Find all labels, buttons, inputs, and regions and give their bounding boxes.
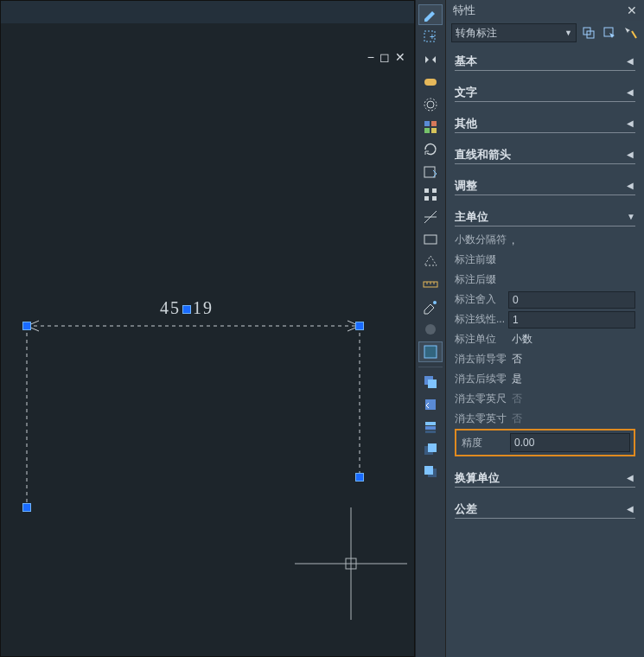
section-tol-label: 公差 <box>455 501 627 517</box>
section-tolerance: 公差 ◀ <box>455 500 635 519</box>
section-lines: 直线和箭头 ◀ <box>455 145 635 164</box>
svg-rect-16 <box>431 121 437 126</box>
prop-unit[interactable]: 标注单位 小数 <box>455 329 635 349</box>
dimension-object[interactable] <box>1 23 416 657</box>
svg-text:+: + <box>430 32 435 41</box>
svg-rect-21 <box>432 188 437 193</box>
grid-icon[interactable] <box>418 117 443 137</box>
dimension-text[interactable]: 4519 <box>160 298 214 318</box>
grip-left-arrow[interactable] <box>22 322 31 330</box>
rotate-icon[interactable] <box>418 139 443 160</box>
svg-rect-40 <box>425 426 436 430</box>
drawing-viewport[interactable]: − ◻ ✕ 4519 <box>0 0 415 657</box>
svg-rect-37 <box>428 380 437 388</box>
brush-icon[interactable] <box>418 4 443 25</box>
layer-prev-icon[interactable] <box>418 394 443 415</box>
layer-back-icon[interactable] <box>418 462 443 482</box>
properties-panel: 特性 ✕ 转角标注 ▼ 基本 ◀ 文字 ◀ 其他 ◀ <box>445 0 644 657</box>
svg-point-13 <box>427 101 434 108</box>
collapse-arrow-icon: ◀ <box>627 56 635 66</box>
background-icon[interactable] <box>418 341 443 362</box>
quicksel-icon[interactable] <box>622 24 639 41</box>
svg-rect-12 <box>424 79 437 86</box>
svg-rect-23 <box>432 196 437 201</box>
export-icon[interactable] <box>418 162 443 182</box>
prop-precision[interactable]: 精度 0.00 <box>455 429 635 456</box>
gear-icon[interactable] <box>418 94 443 115</box>
prop-suppress-in[interactable]: 消去零英寸 否 <box>455 409 635 429</box>
collapse-arrow-icon: ◀ <box>627 473 635 482</box>
svg-point-32 <box>433 301 437 304</box>
rectangle-icon[interactable] <box>418 229 443 250</box>
prop-suffix[interactable]: 标注后缀 <box>455 270 635 290</box>
object-type-value: 转角标注 <box>456 26 497 41</box>
section-text: 文字 ◀ <box>455 83 635 102</box>
section-other: 其他 ◀ <box>455 114 635 133</box>
collapse-arrow-icon: ◀ <box>627 118 635 128</box>
prop-decimal-sep[interactable]: 小数分隔符 , <box>455 230 635 250</box>
prop-linear-scale[interactable]: 标注线性... 1 <box>455 309 635 329</box>
collapse-arrow-icon: ◀ <box>627 150 635 159</box>
circle-fill-icon[interactable] <box>418 319 443 340</box>
svg-rect-43 <box>428 443 437 452</box>
grip-ext2-end[interactable] <box>355 473 364 482</box>
panel-title: 特性 <box>453 3 627 18</box>
measure-icon[interactable] <box>418 274 443 295</box>
svg-rect-20 <box>424 188 429 193</box>
viewport-top-border <box>1 1 414 23</box>
swatch-icon[interactable] <box>418 72 443 92</box>
svg-rect-22 <box>424 196 429 201</box>
bring-front-icon[interactable] <box>418 439 443 460</box>
collapse-arrow-icon: ◀ <box>627 87 635 97</box>
svg-rect-17 <box>424 128 430 133</box>
panel-body: 基本 ◀ 文字 ◀ 其他 ◀ 直线和箭头 ◀ 调整 ◀ <box>446 45 644 657</box>
prop-round[interactable]: 标注舍入 0 <box>455 290 635 309</box>
prop-suppress-trail[interactable]: 消去后续零 是 <box>455 369 635 389</box>
prop-suppress-lead[interactable]: 消去前导零 否 <box>455 349 635 369</box>
svg-rect-34 <box>424 346 437 358</box>
dimension-text-left: 45 <box>160 298 181 317</box>
panel-titlebar: 特性 ✕ <box>446 0 644 21</box>
section-other-label: 其他 <box>455 116 627 131</box>
expand-arrow-icon: ▼ <box>627 212 635 221</box>
svg-rect-39 <box>425 422 436 425</box>
svg-point-33 <box>425 324 436 335</box>
section-alt-label: 换算单位 <box>455 470 627 486</box>
paint-icon[interactable] <box>418 297 443 317</box>
collapse-arrow-icon: ◀ <box>627 181 635 190</box>
model-space[interactable]: 4519 <box>1 23 412 654</box>
array-icon[interactable] <box>418 184 443 205</box>
section-adjust: 调整 ◀ <box>455 176 635 195</box>
object-type-bar: 转角标注 ▼ <box>446 21 644 45</box>
object-type-select[interactable]: 转角标注 ▼ <box>451 23 577 42</box>
svg-rect-45 <box>424 466 433 475</box>
svg-point-14 <box>424 99 437 111</box>
section-basic-label: 基本 <box>455 54 627 69</box>
grip-ext1-end[interactable] <box>22 503 31 512</box>
prop-prefix[interactable]: 标注前缀 <box>455 250 635 270</box>
panel-close-icon[interactable]: ✕ <box>627 3 637 17</box>
dimension-text-right: 19 <box>193 298 214 317</box>
grip-text[interactable] <box>182 305 191 314</box>
grip-right-arrow[interactable] <box>355 322 364 330</box>
prop-suppress-ft[interactable]: 消去零英尺 否 <box>455 389 635 409</box>
copy-object-icon[interactable] <box>580 24 597 41</box>
layer-copy-icon[interactable] <box>418 372 443 392</box>
add-selection-icon[interactable]: + <box>418 27 443 48</box>
section-primary-label: 主单位 <box>455 209 627 225</box>
svg-rect-26 <box>424 235 437 244</box>
chevron-down-icon: ▼ <box>564 29 572 37</box>
polygon-icon[interactable] <box>418 252 443 272</box>
tool-ribbon: + <box>415 0 445 657</box>
construction-line-icon[interactable] <box>418 207 443 227</box>
mirror-icon[interactable] <box>418 49 443 70</box>
section-lines-label: 直线和箭头 <box>455 147 627 163</box>
svg-rect-18 <box>431 128 437 133</box>
svg-rect-19 <box>424 167 435 177</box>
stack-icon[interactable] <box>418 417 443 437</box>
section-basic: 基本 ◀ <box>455 52 635 71</box>
pick-object-icon[interactable] <box>601 24 618 41</box>
section-alt-units: 换算单位 ◀ <box>455 469 635 488</box>
svg-marker-27 <box>424 256 437 265</box>
section-adjust-label: 调整 <box>455 178 627 194</box>
